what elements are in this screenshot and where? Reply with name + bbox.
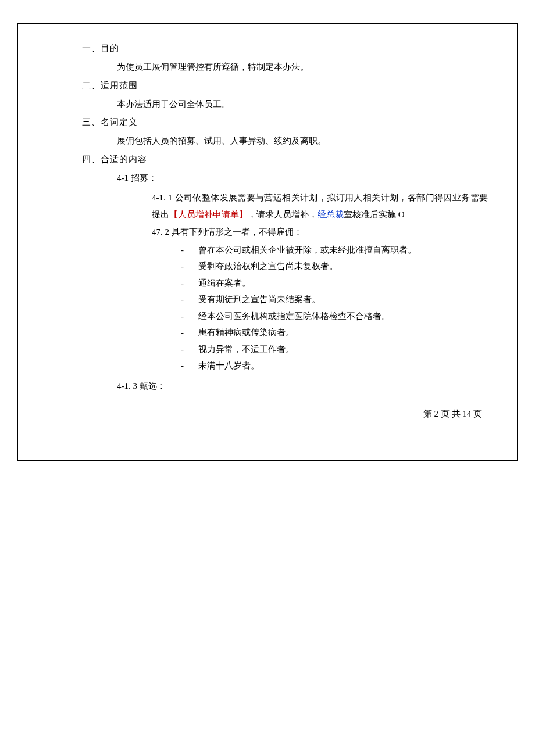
text-4-1-1-post: 室核准后实施 O [344, 210, 405, 219]
list-item: - 受有期徒刑之宣告尚未结案者。 [181, 291, 488, 308]
section-4-1-3-heading: 4-1. 3 甄选： [117, 378, 488, 395]
section-4-1-heading: 4-1 招募： [117, 170, 488, 187]
list-item: - 患有精神病或传染病者。 [181, 324, 488, 341]
list-item: - 受剥夺政治权利之宣告尚未复权者。 [181, 258, 488, 275]
bullet-dash-icon: - [181, 291, 198, 308]
bullet-dash-icon: - [181, 308, 198, 325]
bullet-dash-icon: - [181, 324, 198, 341]
section-1-heading: 一、目的 [82, 43, 488, 54]
text-4-1-1-blue: 经总裁 [318, 210, 344, 219]
list-item: - 未满十八岁者。 [181, 357, 488, 374]
bullet-dash-icon: - [181, 242, 198, 259]
page-number: 第 2 页 共 14 页 [47, 409, 482, 420]
bullet-text: 受有期徒刑之宣告尚未结案者。 [198, 291, 320, 308]
bullet-text: 通缉在案者。 [198, 275, 251, 292]
bullet-text: 受剥夺政治权利之宣告尚未复权者。 [198, 258, 338, 275]
bullet-dash-icon: - [181, 341, 198, 358]
bullet-text: 未满十八岁者。 [198, 357, 259, 374]
bullet-dash-icon: - [181, 275, 198, 292]
bullet-text: 曾在本公司或相关企业被开除，或未经批准擅自离职者。 [198, 242, 416, 259]
section-3-body: 展佣包括人员的招募、试用、人事异动、续约及离职。 [117, 132, 488, 149]
bullet-dash-icon: - [181, 258, 198, 275]
list-item: - 视力异常，不适工作者。 [181, 341, 488, 358]
section-4-1-1-body: 4-1. 1 公司依整体发展需要与营运相关计划，拟订用人相关计划，各部门得因业务… [152, 189, 488, 223]
list-item: - 曾在本公司或相关企业被开除，或未经批准擅自离职者。 [181, 242, 488, 259]
bullet-text: 经本公司医务机构或指定医院体格检查不合格者。 [198, 308, 390, 325]
bullet-dash-icon: - [181, 357, 198, 374]
section-1-body: 为使员工展佣管理管控有所遵循，特制定本办法。 [117, 59, 488, 76]
list-item: - 通缉在案者。 [181, 275, 488, 292]
bullet-text: 患有精神病或传染病者。 [198, 324, 294, 341]
section-4-heading: 四、合适的内容 [82, 154, 488, 165]
text-4-1-1-mid: ，请求人员增补， [248, 210, 318, 219]
bullet-list: - 曾在本公司或相关企业被开除，或未经批准擅自离职者。 - 受剥夺政治权利之宣告… [181, 242, 488, 374]
section-2-heading: 二、适用范围 [82, 80, 488, 91]
bullet-text: 视力异常，不适工作者。 [198, 341, 294, 358]
section-2-body: 本办法适用于公司全体员工。 [117, 96, 488, 113]
list-item: - 经本公司医务机构或指定医院体格检查不合格者。 [181, 308, 488, 325]
section-3-heading: 三、名词定义 [82, 117, 488, 128]
section-47-2-body: 47. 2 具有下列情形之一者，不得雇佣： [152, 224, 488, 241]
text-4-1-1-red: 【人员增补申请单】 [169, 210, 248, 219]
document-page: 一、目的 为使员工展佣管理管控有所遵循，特制定本办法。 二、适用范围 本办法适用… [17, 23, 518, 461]
